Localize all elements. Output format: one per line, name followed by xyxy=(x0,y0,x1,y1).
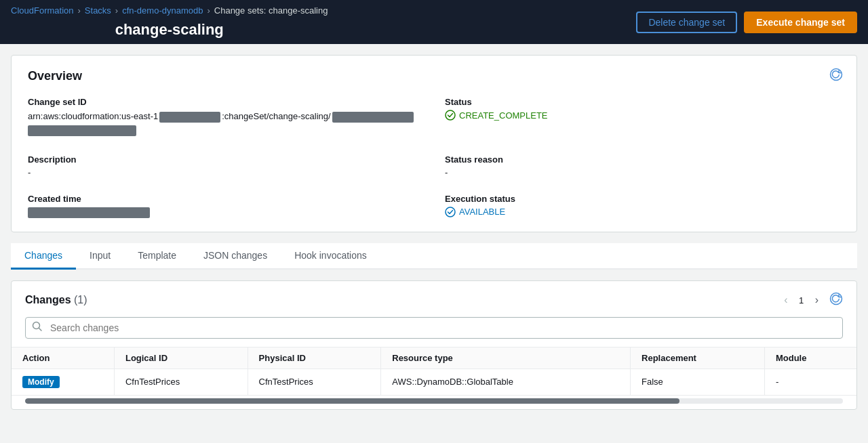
execution-status-value: AVAILABLE xyxy=(445,207,840,217)
overview-card: Overview Change set ID arn:aws:cloudform… xyxy=(11,55,857,232)
column-header-resource-type: Resource type xyxy=(381,347,631,368)
created-time-label: Created time xyxy=(28,194,423,204)
nav-actions: Delete change set Execute change set xyxy=(636,12,857,33)
column-header-action: Action xyxy=(12,347,114,368)
created-time-item: Created time xyxy=(28,194,423,218)
column-header-replacement: Replacement xyxy=(631,347,765,368)
tab-template[interactable]: Template xyxy=(124,243,190,270)
status-check-icon xyxy=(445,110,456,121)
breadcrumb-link-stacks[interactable]: Stacks xyxy=(85,5,111,16)
column-header-physical-id: Physical ID xyxy=(248,347,381,368)
description-label: Description xyxy=(28,154,423,165)
arn-prefix: arn:aws:cloudformation:us-east-1 xyxy=(28,111,158,121)
breadcrumb-row: CloudFormation › Stacks › cfn-demo-dynam… xyxy=(11,5,328,16)
execution-status-item: Execution status AVAILABLE xyxy=(445,194,840,218)
breadcrumb-sep-1: › xyxy=(78,5,81,16)
status-item: Status CREATE_COMPLETE xyxy=(445,97,840,138)
breadcrumb-container: CloudFormation › Stacks › cfn-demo-dynam… xyxy=(11,5,328,39)
cell-replacement: False xyxy=(631,368,765,395)
column-header-logical-id: Logical ID xyxy=(114,347,248,368)
changes-count: (1) xyxy=(74,294,87,305)
changes-header: Changes (1) ‹ 1 › xyxy=(12,281,856,317)
changes-title-text: Changes xyxy=(25,294,71,305)
scrollbar-thumb xyxy=(25,398,679,404)
pagination-current: 1 xyxy=(795,295,808,305)
description-value: - xyxy=(28,167,423,177)
status-reason-label: Status reason xyxy=(445,154,840,165)
status-text: CREATE_COMPLETE xyxy=(459,110,548,121)
page-title: change-scaling xyxy=(115,21,224,39)
changes-card: Changes (1) ‹ 1 › xyxy=(11,280,857,410)
change-set-id-label: Change set ID xyxy=(28,97,423,107)
changes-title: Changes (1) xyxy=(25,294,87,306)
description-item: Description - xyxy=(28,154,423,177)
svg-point-2 xyxy=(446,207,455,217)
search-bar xyxy=(25,317,843,339)
status-reason-item: Status reason - xyxy=(445,154,840,177)
breadcrumb-link-stack[interactable]: cfn-demo-dynamodb xyxy=(122,5,203,16)
svg-point-1 xyxy=(446,110,455,120)
arn-id-redacted xyxy=(332,112,414,123)
change-set-id-item: Change set ID arn:aws:cloudformation:us-… xyxy=(28,97,423,138)
changes-table: Action Logical ID Physical ID Resource t… xyxy=(12,347,856,396)
breadcrumb-link-cloudformation[interactable]: CloudFormation xyxy=(11,5,74,16)
created-time-redacted xyxy=(28,207,150,218)
status-label: Status xyxy=(445,97,840,107)
status-reason-value: - xyxy=(445,167,840,177)
pagination-prev-button[interactable]: ‹ xyxy=(780,293,791,308)
overview-title: Overview xyxy=(28,69,840,83)
breadcrumb-sep-3: › xyxy=(207,5,210,16)
action-badge: Modify xyxy=(22,376,60,388)
arn-second-line-redacted xyxy=(28,125,136,136)
execution-status-text: AVAILABLE xyxy=(459,207,505,217)
cell-physical-id: CfnTestPrices xyxy=(248,368,381,395)
table-row: Modify CfnTestPrices CfnTestPrices AWS::… xyxy=(12,368,856,395)
cell-module: - xyxy=(764,368,856,395)
tab-json-changes[interactable]: JSON changes xyxy=(190,243,281,270)
search-input[interactable] xyxy=(25,317,843,339)
tab-hook-invocations[interactable]: Hook invocations xyxy=(281,243,380,270)
execution-status-icon xyxy=(445,207,456,217)
created-time-value xyxy=(28,207,423,218)
status-value: CREATE_COMPLETE xyxy=(445,110,840,121)
tab-input[interactable]: Input xyxy=(76,243,124,270)
pagination: ‹ 1 › xyxy=(780,293,823,308)
tabs-bar: Changes Input Template JSON changes Hook… xyxy=(11,243,857,270)
pagination-next-button[interactable]: › xyxy=(811,293,823,308)
cell-action: Modify xyxy=(12,368,114,395)
cell-resource-type: AWS::DynamoDB::GlobalTable xyxy=(381,368,631,395)
overview-refresh-button[interactable] xyxy=(829,68,843,85)
horizontal-scrollbar[interactable] xyxy=(25,398,843,404)
delete-change-set-button[interactable]: Delete change set xyxy=(636,12,737,33)
table-header-row: Action Logical ID Physical ID Resource t… xyxy=(12,347,856,368)
changes-refresh-button[interactable] xyxy=(829,292,843,309)
cell-logical-id: CfnTestPrices xyxy=(114,368,248,395)
overview-grid: Change set ID arn:aws:cloudformation:us-… xyxy=(28,97,840,218)
column-header-module: Module xyxy=(764,347,856,368)
execution-status-label: Execution status xyxy=(445,194,840,204)
top-nav: CloudFormation › Stacks › cfn-demo-dynam… xyxy=(0,0,868,44)
breadcrumb-sep-2: › xyxy=(115,5,118,16)
arn-middle: :changeSet/change-scaling/ xyxy=(222,111,330,121)
change-set-id-value: arn:aws:cloudformation:us-east-1:changeS… xyxy=(28,110,423,138)
tab-changes[interactable]: Changes xyxy=(11,243,76,270)
execute-change-set-button[interactable]: Execute change set xyxy=(744,12,857,33)
breadcrumb-current: Change sets: change-scaling xyxy=(214,5,328,16)
arn-account-redacted xyxy=(159,112,220,123)
main-content: Overview Change set ID arn:aws:cloudform… xyxy=(0,44,868,421)
